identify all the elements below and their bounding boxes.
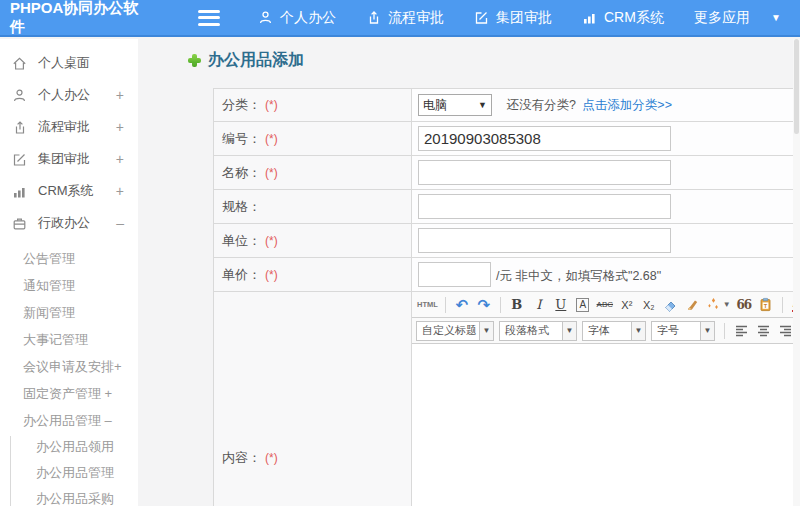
redo-icon[interactable]: ↷ bbox=[474, 295, 494, 315]
sidebar-item-meeting-mgmt[interactable]: 会议申请及安排+ bbox=[0, 353, 138, 380]
html-source-button[interactable]: HTML bbox=[416, 295, 439, 315]
sidebar-item-supplies-manage[interactable]: 办公用品管理 bbox=[0, 460, 138, 486]
editor-toolbar-row1: HTML ↶ ↷ B I U A ABC X² X₂ bbox=[412, 292, 793, 318]
spec-input[interactable] bbox=[418, 194, 671, 219]
underline-button[interactable]: U bbox=[551, 295, 571, 315]
label-cell: 单位：(*) bbox=[214, 224, 412, 258]
label-cell: 编号：(*) bbox=[214, 122, 412, 156]
editor-content-area[interactable] bbox=[412, 344, 793, 506]
editor-toolbar-row2: 自定义标题 ▼ 段落格式 ▼ 字体 ▼ 字号 ▼ bbox=[412, 318, 793, 344]
topnav-more-apps[interactable]: 更多应用 ▼ bbox=[694, 9, 781, 27]
paragraph-format-dropdown[interactable]: 段落格式 ▼ bbox=[499, 321, 577, 341]
superscript-button[interactable]: X² bbox=[617, 295, 637, 315]
field-label: 单位： bbox=[222, 233, 261, 248]
briefcase-icon bbox=[12, 216, 30, 231]
unit-input[interactable] bbox=[418, 228, 671, 253]
custom-title-dropdown[interactable]: 自定义标题 ▼ bbox=[416, 321, 494, 341]
expand-plus-icon[interactable]: + bbox=[116, 183, 128, 199]
caret-down-icon: ▼ bbox=[479, 322, 493, 340]
category-select[interactable]: 电脑 ▼ bbox=[418, 94, 492, 116]
sidebar-item-admin-office[interactable]: 行政办公 – bbox=[0, 207, 138, 239]
sidebar: 个人桌面 个人办公 + 流程审批 + 集团审批 bbox=[0, 39, 138, 506]
value-cell bbox=[412, 122, 794, 156]
form-row-category: 分类：(*) 电脑 ▼ 还没有分类? 点击添加分类>> bbox=[214, 89, 794, 122]
bold-button[interactable]: B bbox=[507, 295, 527, 315]
paste-clipboard-icon[interactable]: T bbox=[756, 295, 776, 315]
label-cell: 内容：(*) bbox=[214, 292, 412, 506]
italic-button[interactable]: I bbox=[529, 295, 549, 315]
sidebar-item-desktop[interactable]: 个人桌面 bbox=[0, 47, 138, 79]
value-cell: 电脑 ▼ 还没有分类? 点击添加分类>> bbox=[412, 89, 794, 122]
form-row-name: 名称：(*) bbox=[214, 156, 794, 190]
value-cell bbox=[412, 190, 794, 224]
sidebar-item-news-mgmt[interactable]: 新闻管理 bbox=[0, 299, 138, 326]
align-center-icon[interactable] bbox=[753, 321, 773, 341]
value-cell bbox=[412, 224, 794, 258]
sidebar-item-workflow-approval[interactable]: 流程审批 + bbox=[0, 111, 138, 143]
hamburger-menu-icon[interactable] bbox=[198, 10, 220, 26]
subscript-button[interactable]: X₂ bbox=[639, 295, 659, 315]
strikethrough-button[interactable]: ABC bbox=[595, 295, 615, 315]
sidebar-item-group-approval[interactable]: 集团审批 + bbox=[0, 143, 138, 175]
caret-down-icon: ▼ bbox=[723, 300, 731, 309]
sidebar-item-memorabilia-mgmt[interactable]: 大事记管理 bbox=[0, 326, 138, 353]
align-right-icon[interactable] bbox=[775, 321, 793, 341]
sidebar-item-office-supplies-mgmt[interactable]: 办公用品管理 – bbox=[0, 407, 138, 434]
form-row-spec: 规格： bbox=[214, 190, 794, 224]
rich-text-editor: HTML ↶ ↷ B I U A ABC X² X₂ bbox=[412, 292, 793, 506]
required-mark: (*) bbox=[265, 451, 278, 465]
no-category-text: 还没有分类? bbox=[506, 98, 575, 112]
collapse-minus-icon[interactable]: – bbox=[116, 215, 128, 231]
top-bar: PHPOA协同办公软件 个人办公 流程审批 bbox=[0, 0, 800, 37]
sidebar-item-notice-mgmt[interactable]: 通知管理 bbox=[0, 272, 138, 299]
sidebar-item-personal-office[interactable]: 个人办公 + bbox=[0, 79, 138, 111]
flow-export-icon bbox=[12, 120, 30, 135]
sidebar-item-fixed-assets-mgmt[interactable]: 固定资产管理 + bbox=[0, 380, 138, 407]
form-row-content: 内容：(*) HTML ↶ ↷ B I U A ABC X² bbox=[214, 292, 794, 506]
topnav-personal-office[interactable]: 个人办公 bbox=[258, 9, 336, 27]
name-input[interactable] bbox=[418, 160, 671, 185]
expand-plus-icon[interactable]: + bbox=[116, 119, 128, 135]
user-icon bbox=[258, 10, 273, 25]
topnav-workflow-approval[interactable]: 流程审批 bbox=[366, 9, 444, 27]
home-icon bbox=[12, 56, 30, 71]
value-cell: /元 非中文，如填写格式"2.68" bbox=[412, 258, 794, 292]
supply-add-form: 分类：(*) 电脑 ▼ 还没有分类? 点击添加分类>> 编号：(*) 名称：(*… bbox=[213, 88, 794, 506]
topnav-group-approval[interactable]: 集团审批 bbox=[474, 9, 552, 27]
field-label: 编号： bbox=[222, 131, 261, 146]
vertical-scrollbar[interactable] bbox=[793, 39, 800, 506]
undo-icon[interactable]: ↶ bbox=[452, 295, 472, 315]
auto-typeset-icon[interactable]: ▼ bbox=[705, 295, 732, 315]
align-left-icon[interactable] bbox=[731, 321, 751, 341]
value-cell bbox=[412, 156, 794, 190]
user-icon bbox=[12, 88, 30, 103]
blockquote-button[interactable]: 66 bbox=[734, 295, 754, 315]
caret-down-icon: ▼ bbox=[700, 322, 714, 340]
field-label: 名称： bbox=[222, 165, 261, 180]
font-border-button[interactable]: A bbox=[573, 295, 593, 315]
edit-square-icon bbox=[474, 10, 489, 25]
expand-plus-icon[interactable]: + bbox=[116, 87, 128, 103]
value-cell: HTML ↶ ↷ B I U A ABC X² X₂ bbox=[412, 292, 794, 506]
code-input[interactable] bbox=[418, 126, 671, 151]
bar-chart-icon bbox=[12, 184, 30, 199]
sidebar-item-supplies-purchase[interactable]: 办公用品采购 bbox=[0, 486, 138, 506]
scrollbar-thumb[interactable] bbox=[794, 39, 799, 134]
expand-plus-icon[interactable]: + bbox=[116, 151, 128, 167]
add-category-link[interactable]: 点击添加分类>> bbox=[582, 98, 672, 112]
sidebar-item-announcement-mgmt[interactable]: 公告管理 bbox=[0, 245, 138, 272]
add-plus-icon bbox=[188, 54, 201, 67]
font-family-dropdown[interactable]: 字体 ▼ bbox=[582, 321, 646, 341]
topnav-crm-system[interactable]: CRM系统 bbox=[582, 9, 664, 27]
field-label: 规格： bbox=[222, 199, 261, 214]
eraser-icon[interactable] bbox=[661, 295, 681, 315]
sidebar-item-supplies-claim[interactable]: 办公用品领用 bbox=[0, 434, 138, 460]
price-input[interactable] bbox=[418, 262, 491, 287]
label-cell: 分类：(*) bbox=[214, 89, 412, 122]
page-title: 办公用品添加 bbox=[188, 50, 304, 71]
required-mark: (*) bbox=[265, 166, 278, 180]
sidebar-item-crm-system[interactable]: CRM系统 + bbox=[0, 175, 138, 207]
price-hint-text: /元 非中文，如填写格式"2.68" bbox=[496, 269, 661, 283]
font-size-dropdown[interactable]: 字号 ▼ bbox=[651, 321, 715, 341]
format-brush-icon[interactable] bbox=[683, 295, 703, 315]
